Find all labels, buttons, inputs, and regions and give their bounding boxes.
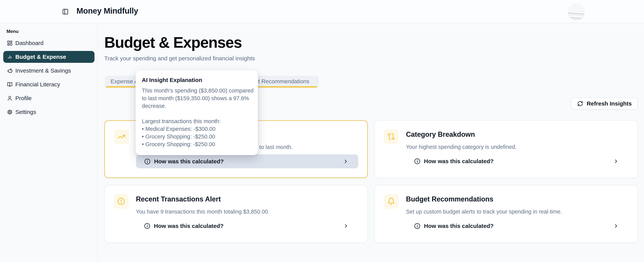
sidebar-toggle-button[interactable] xyxy=(62,8,68,15)
tooltip-text-line: to last month ($159,350.00) shows a 97.6… xyxy=(142,94,252,102)
card-description: Your highest spending category is undefi… xyxy=(406,143,517,151)
sidebar-item-profile[interactable]: Profile xyxy=(3,92,94,104)
info-icon xyxy=(414,223,420,229)
how-calculated-row[interactable]: How was this calculated? xyxy=(406,219,628,233)
user-avatar[interactable] xyxy=(568,4,584,20)
chevron-right-icon xyxy=(613,223,619,229)
card-description: Set up custom budget alerts to track you… xyxy=(406,208,562,216)
tooltip-text-line: decrease. xyxy=(142,102,252,110)
card-icon-badge xyxy=(384,194,399,209)
layout-dashboard-icon xyxy=(7,40,13,46)
how-calculated-label: How was this calculated? xyxy=(424,223,494,229)
sidebar-menu-label: Menu xyxy=(6,29,97,34)
tooltip-text-line: This month's spending ($3,850.00) compar… xyxy=(142,87,252,94)
chevron-right-icon xyxy=(343,223,349,229)
tooltip-paragraph-gap xyxy=(142,110,252,117)
tooltip-bullet: • Medical Expenses: -$300.00 xyxy=(142,125,252,133)
trending-up-icon xyxy=(117,133,125,141)
how-calculated-row[interactable]: How was this calculated? xyxy=(406,154,628,168)
sidebar-item-label: Financial Literacy xyxy=(15,81,60,88)
sidebar-item-investment-savings[interactable]: Investment & Savings xyxy=(3,65,94,77)
how-calculated-row[interactable]: How was this calculated? xyxy=(136,154,358,168)
card-title: Category Breakdown xyxy=(406,130,475,139)
card-icon-badge xyxy=(384,129,399,144)
sidebar-item-budget-expense[interactable]: Budget & Expense xyxy=(3,51,94,63)
how-calculated-row[interactable]: How was this calculated? xyxy=(136,219,358,233)
tooltip-bullet: • Grocery Shopping: -$250.00 xyxy=(142,140,252,148)
recent-transactions-card: Recent Transactions Alert You have 9 tra… xyxy=(104,185,368,243)
info-icon xyxy=(414,158,420,165)
how-calculated-label: How was this calculated? xyxy=(154,158,224,165)
card-title: Budget Recommendations xyxy=(406,195,493,203)
tooltip-bullet: • Grocery Shopping: -$250.00 xyxy=(142,133,252,140)
alert-circle-icon xyxy=(117,197,125,205)
budget-recommendations-card: Budget Recommendations Set up custom bud… xyxy=(374,185,638,243)
refresh-insights-label: Refresh Insights xyxy=(587,100,632,107)
card-title: Recent Transactions Alert xyxy=(136,195,221,203)
page-subtitle: Track your spending and get personalized… xyxy=(104,55,255,62)
tooltip-title: AI Insight Explanation xyxy=(142,77,252,83)
how-calculated-label: How was this calculated? xyxy=(424,158,494,165)
bell-icon xyxy=(387,197,395,205)
sidebar-item-label: Settings xyxy=(15,109,36,115)
sidebar-item-settings[interactable]: Settings xyxy=(3,106,94,118)
tooltip-list-heading: Largest transactions this month: xyxy=(142,117,252,125)
page-title: Budget & Expenses xyxy=(104,34,242,51)
sidebar-item-label: Budget & Expense xyxy=(15,54,66,60)
sidebar-item-label: Profile xyxy=(15,95,32,101)
refresh-insights-button[interactable]: Refresh Insights xyxy=(571,98,638,110)
category-breakdown-card: Category Breakdown Your highest spending… xyxy=(374,120,638,178)
app-title: Money Mindfully xyxy=(76,6,138,15)
app-header: Money Mindfully xyxy=(0,0,644,23)
gear-icon xyxy=(7,109,13,115)
bar-chart-icon xyxy=(7,54,13,60)
chevron-right-icon xyxy=(613,158,619,164)
card-description-fragment: to last month. xyxy=(259,143,293,151)
book-open-icon xyxy=(7,82,13,87)
card-icon-badge xyxy=(114,194,128,209)
refresh-icon xyxy=(577,101,583,107)
sidebar-item-dashboard[interactable]: Dashboard xyxy=(3,37,94,49)
panel-left-icon xyxy=(62,8,68,15)
chevron-right-icon xyxy=(343,159,349,164)
card-description: You have 9 transactions this month total… xyxy=(136,208,270,216)
info-icon xyxy=(144,223,150,229)
how-calculated-label: How was this calculated? xyxy=(154,223,224,229)
tab-product-recommendations[interactable]: ct Recommendations xyxy=(255,76,309,87)
info-icon xyxy=(144,158,151,165)
card-icon-badge xyxy=(114,129,129,144)
sidebar-item-label: Investment & Savings xyxy=(15,67,71,74)
ai-insight-tooltip: AI Insight Explanation This month's spen… xyxy=(136,70,258,155)
piggy-bank-icon xyxy=(7,68,13,73)
sidebar-item-financial-literacy[interactable]: Financial Literacy xyxy=(3,78,94,90)
user-icon xyxy=(7,95,13,101)
tab-expense-analysis[interactable]: Expense A xyxy=(110,76,138,87)
repeat-icon xyxy=(387,133,395,141)
sidebar: Menu Dashboard Budget & Expense Inv xyxy=(0,23,98,262)
sidebar-item-label: Dashboard xyxy=(15,40,44,46)
